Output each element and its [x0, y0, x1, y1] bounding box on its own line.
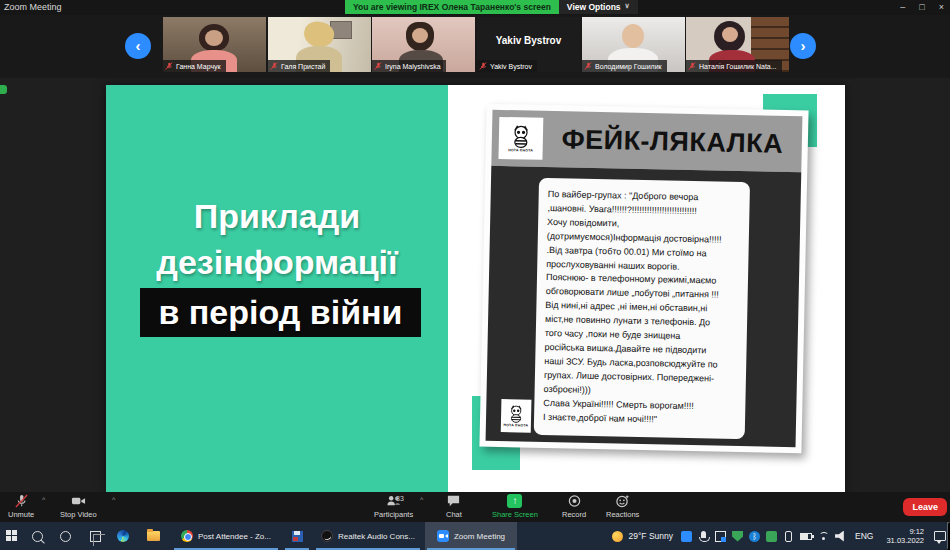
edge-icon	[117, 530, 129, 542]
zoom-chat-tray-icon[interactable]	[681, 531, 692, 542]
chevron-down-icon: ∨	[625, 2, 630, 10]
raccoon-icon	[506, 404, 526, 423]
participant-nametag: Галя Пристай	[268, 60, 330, 72]
participants-button[interactable]: 83 Participants ^	[374, 494, 413, 519]
taskbar-app-realtek[interactable]: Realtek Audio Cons...	[314, 522, 422, 550]
participant-name: Ганна Марчук	[176, 63, 221, 70]
camera-icon	[71, 494, 86, 508]
reactions-button[interactable]: Reactions	[606, 494, 639, 519]
slide-title: Приклади дезінформації	[106, 193, 448, 285]
smiley-icon	[615, 494, 630, 508]
participant-nametag: Iryna Malyshivska	[372, 60, 446, 72]
battery-tray-icon[interactable]	[800, 533, 812, 540]
window-controls: – □ ×	[900, 0, 948, 14]
zoom-toolbar: Unmute ^ Stop Video ^ 83 Participants ^ …	[0, 492, 950, 522]
scroll-left-button[interactable]: ‹	[125, 33, 151, 59]
screen-share-banner: You are viewing IREX Олена Тараненко's s…	[345, 0, 638, 14]
system-tray: 29°F Sunny ᛒ ENG 9:12 31.03.2022	[612, 522, 950, 550]
avatar	[722, 27, 738, 42]
presentation-slide: Приклади дезінформації в період війни	[106, 85, 845, 492]
participant-name: Iryna Malyshivska	[385, 63, 441, 70]
windows-logo-icon	[6, 530, 18, 542]
participant-nametag: Наталія Гошилик Nata...	[686, 60, 782, 72]
participant-video-yakiv[interactable]: Yakiv Bystrov Yakiv Bystrov	[477, 17, 580, 72]
raccoon-icon	[508, 124, 534, 149]
scroll-right-button[interactable]: ›	[790, 33, 816, 59]
stop-video-label: Stop Video	[60, 510, 97, 519]
card-title: ФЕЙК-ЛЯКАЛКА	[543, 123, 803, 159]
mic-off-icon	[688, 62, 696, 70]
action-center-icon[interactable]	[934, 531, 946, 541]
app-label: Post Attendee - Zo...	[198, 532, 271, 541]
participant-nametag: Yakiv Bystrov	[477, 60, 537, 72]
participant-video-iryna[interactable]: Iryna Malyshivska	[372, 17, 475, 72]
messenger-tray-icon[interactable]	[766, 531, 777, 542]
avatar	[412, 28, 428, 43]
maximize-button[interactable]: □	[919, 0, 924, 14]
participant-display-name: Yakiv Bystrov	[477, 35, 580, 46]
phone-tray-icon[interactable]	[785, 531, 792, 542]
shared-screen-area: Приклади дезінформації в період війни	[0, 78, 950, 492]
participant-name: Наталія Гошилик Nata...	[699, 63, 777, 70]
participant-video-hanna[interactable]: Ганна Марчук	[163, 17, 266, 72]
screen-share-tray-icon[interactable]	[715, 531, 726, 542]
close-button[interactable]: ×	[939, 0, 944, 14]
slide-title-line2: дезінформації	[106, 239, 448, 285]
participant-video-volodymyr[interactable]: Володимир Гошилик	[582, 17, 685, 72]
chevron-up-icon: ^	[112, 496, 115, 503]
avatar	[622, 24, 644, 48]
record-button[interactable]: Record	[562, 494, 586, 519]
viber-message-text: По вайбер-групах : "Доброго вечора ,шано…	[534, 178, 750, 439]
taskbar-app-post-attendee[interactable]: Post Attendee - Zo...	[172, 522, 280, 550]
task-view-icon	[90, 531, 101, 542]
participant-video-nataliia[interactable]: Наталія Гошилик Nata...	[686, 17, 789, 72]
search-icon	[32, 531, 43, 542]
volume-tray-icon[interactable]	[835, 531, 846, 542]
mic-off-icon	[374, 62, 382, 70]
view-options-button[interactable]: View Options∨	[559, 0, 638, 14]
banner-text: You are viewing IREX Олена Тараненко's s…	[345, 0, 559, 14]
language-indicator[interactable]: ENG	[852, 531, 876, 541]
realtek-icon	[321, 530, 333, 542]
participant-name: Володимир Гошилик	[595, 63, 662, 70]
unmute-button[interactable]: Unmute ^	[8, 494, 34, 519]
slide-title-line1: Приклади	[106, 193, 448, 239]
bluetooth-tray-icon[interactable]: ᛒ	[749, 531, 760, 542]
clock-time: 9:12	[886, 527, 924, 536]
taskbar-search-button[interactable]	[24, 522, 50, 550]
nota-yenota-logo: НОТА ЄНОТА	[501, 399, 532, 433]
reactions-label: Reactions	[606, 510, 639, 519]
cortana-button[interactable]	[52, 522, 78, 550]
logo-caption: НОТА ЄНОТА	[508, 148, 533, 153]
minimize-button[interactable]: –	[900, 0, 905, 14]
edge-button[interactable]	[110, 522, 136, 550]
stop-video-button[interactable]: Stop Video ^	[60, 494, 97, 519]
taskbar-clock[interactable]: 9:12 31.03.2022	[882, 527, 928, 545]
weather-sun-icon[interactable]	[612, 531, 623, 542]
file-explorer-button[interactable]	[140, 522, 166, 550]
taskbar-app-zoom[interactable]: Zoom Meeting	[425, 522, 517, 550]
record-label: Record	[562, 510, 586, 519]
logo-caption: НОТА ЄНОТА	[503, 423, 528, 428]
defender-tray-icon[interactable]	[732, 531, 743, 542]
participant-name: Yakiv Bystrov	[490, 63, 532, 70]
share-screen-icon: ↑	[507, 494, 522, 508]
mic-off-icon	[165, 62, 173, 70]
slide-title-line3: в період війни	[140, 288, 421, 337]
mic-muted-icon	[14, 494, 29, 508]
weather-label[interactable]: 29°F Sunny	[629, 531, 674, 541]
wifi-tray-icon[interactable]	[818, 531, 829, 542]
start-button[interactable]	[0, 522, 24, 550]
slide-teal-panel: Приклади дезінформації в період війни	[106, 85, 448, 492]
participants-count: 83	[396, 495, 404, 502]
chat-button[interactable]: Chat	[446, 494, 462, 519]
microphone-tray-icon[interactable]	[701, 531, 706, 542]
leave-button[interactable]: Leave	[903, 498, 947, 516]
view-options-label: View Options	[567, 2, 621, 12]
share-screen-button[interactable]: ↑ Share Screen	[492, 494, 538, 519]
clock-date: 31.03.2022	[886, 536, 924, 545]
participant-video-halia[interactable]: Галя Пристай	[268, 17, 371, 72]
taskbar-app-floppy[interactable]	[283, 522, 311, 550]
task-view-button[interactable]	[82, 522, 108, 550]
participant-name: Галя Пристай	[281, 63, 325, 70]
